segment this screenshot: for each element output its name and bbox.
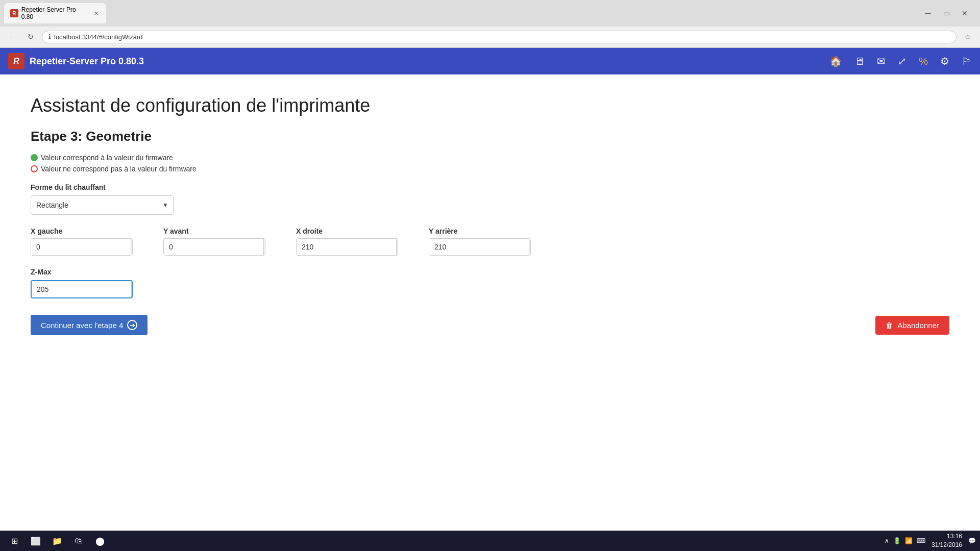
tab-close-button[interactable]: ✕ [92,9,100,17]
bed-shape-select-wrapper: Rectangle Circulaire ▼ [31,195,174,215]
x-droite-unit: mm [396,239,398,255]
taskbar-left: ⊞ ⬜ 📁 🛍 ⬤ [4,532,110,544]
zmax-row: ▲ ▼ mm [31,280,949,298]
step-title: Etape 3: Geometrie [31,129,949,144]
bed-shape-section: Forme du lit chauffant Rectangle Circula… [31,183,949,215]
radio-red-icon [31,165,38,172]
x-droite-input-row: mm [296,238,398,256]
zmax-increment-button[interactable]: ▲ [132,281,133,289]
zmax-spinner: ▲ ▼ [131,281,133,297]
app-nav: 🏠 🖥 ✉ ⤢ % ⚙ 🏳 [829,55,972,67]
continue-arrow-icon: ➔ [127,320,137,330]
bed-shape-label: Forme du lit chauffant [31,183,949,191]
y-arriere-label: Y arrière [429,227,531,235]
file-explorer-button[interactable]: 📁 [47,532,67,544]
abandon-label: Abandonner [897,321,939,330]
abandon-button[interactable]: 🗑 Abandonner [875,316,949,335]
legend-match-text: Valeur correspond à la valeur du firmwar… [41,154,173,162]
radio-green-icon [31,154,38,161]
y-avant-input[interactable] [164,239,263,255]
y-avant-input-row: mm [163,238,265,256]
y-avant-unit: mm [263,239,265,255]
wifi-icon: 📶 [905,537,913,544]
trash-icon: 🗑 [886,321,893,330]
close-button[interactable]: ✕ [958,6,972,20]
system-tray: ∧ 🔋 📶 ⌨ [885,537,925,544]
percent-icon[interactable]: % [919,56,928,67]
home-icon[interactable]: 🏠 [829,55,842,67]
keyboard-icon: ⌨ [917,537,925,544]
zmax-input[interactable] [32,281,131,297]
zmax-decrement-button[interactable]: ▼ [132,289,133,297]
task-view-button[interactable]: ⬜ [26,532,46,544]
legend-match: Valeur correspond à la valeur du firmwar… [31,154,949,162]
taskbar-clock: 13:16 31/12/2016 [932,532,962,544]
mail-icon[interactable]: ✉ [877,55,886,67]
address-bar[interactable]: ℹ localhost:3344/#/configWizard [42,31,957,43]
y-arriere-group: Y arrière mm [429,227,531,256]
notification-icon[interactable]: 💬 [968,537,976,544]
x-gauche-input[interactable] [31,239,131,255]
bookmark-icon[interactable]: ☆ [961,30,975,44]
x-gauche-label: X gauche [31,227,133,235]
store-button[interactable]: 🛍 [68,532,89,544]
taskbar-date-display: 31/12/2016 [932,541,962,544]
app-brand: R Repetier-Server Pro 0.80.3 [8,53,144,69]
legend-no-match: Valeur ne correspond pas à la valeur du … [31,165,949,173]
lock-icon: ℹ [48,33,51,40]
x-droite-label: X droite [296,227,398,235]
app-title: Repetier-Server Pro 0.80.3 [30,56,144,67]
x-droite-group: X droite mm [296,227,398,256]
bed-shape-select[interactable]: Rectangle Circulaire [31,195,174,215]
zmax-label: Z-Max [31,268,949,276]
legend: Valeur correspond à la valeur du firmwar… [31,154,949,173]
legend-no-match-text: Valeur ne correspond pas à la valeur du … [41,165,197,173]
start-button[interactable]: ⊞ [4,532,24,544]
dimensions-grid: X gauche mm Y avant mm X droite mm Y arr… [31,227,949,256]
minimize-button[interactable]: ─ [921,6,935,20]
taskbar: ⊞ ⬜ 📁 🛍 ⬤ ∧ 🔋 📶 ⌨ 13:16 31/12/2016 💬 [0,531,980,544]
x-gauche-input-row: mm [31,238,133,256]
forward-button[interactable]: ↻ [23,30,38,44]
continue-button[interactable]: Continuer avec l'etape 4 ➔ [31,315,148,335]
restore-button[interactable]: ▭ [939,6,953,20]
monitor-icon[interactable]: 🖥 [854,56,865,67]
url-text: localhost:3344/#/configWizard [54,33,950,41]
browser-titlebar: R Repetier-Server Pro 0.80 ✕ ─ ▭ ✕ [0,0,980,27]
tab-favicon: R [10,9,18,17]
zmax-section: Z-Max ▲ ▼ mm [31,268,949,298]
y-arriere-unit: mm [529,239,531,255]
zmax-input-row: ▲ ▼ mm [31,280,133,298]
page-title: Assistant de configuration de l'impriman… [31,95,949,116]
chrome-button[interactable]: ⬤ [90,532,110,544]
browser-tab[interactable]: R Repetier-Server Pro 0.80 ✕ [4,3,106,23]
flag-icon[interactable]: 🏳 [962,56,972,67]
taskbar-time-display: 13:16 [932,532,962,541]
battery-icon: 🔋 [893,537,901,544]
app-header: R Repetier-Server Pro 0.80.3 🏠 🖥 ✉ ⤢ % ⚙… [0,48,980,74]
browser-chrome: R Repetier-Server Pro 0.80 ✕ ─ ▭ ✕ ← ↻ ℹ… [0,0,980,48]
app-logo: R [8,53,24,69]
buttons-row: Continuer avec l'etape 4 ➔ 🗑 Abandonner [31,315,949,335]
tab-title: Repetier-Server Pro 0.80 [21,6,89,20]
expand-icon[interactable]: ⤢ [898,55,906,67]
continue-label: Continuer avec l'etape 4 [41,321,123,330]
x-droite-input[interactable] [297,239,396,255]
x-gauche-unit: mm [131,239,133,255]
tray-arrow-icon: ∧ [885,537,889,544]
x-gauche-group: X gauche mm [31,227,133,256]
y-arriere-input-row: mm [429,238,531,256]
y-arriere-input[interactable] [429,239,529,255]
back-button[interactable]: ← [5,30,19,44]
main-content: Assistant de configuration de l'impriman… [0,74,980,538]
y-avant-label: Y avant [163,227,265,235]
taskbar-right: ∧ 🔋 📶 ⌨ 13:16 31/12/2016 💬 [885,532,976,544]
y-avant-group: Y avant mm [163,227,265,256]
browser-controls: ← ↻ ℹ localhost:3344/#/configWizard ☆ [0,27,980,47]
gear-icon[interactable]: ⚙ [940,55,949,67]
browser-action-buttons: ☆ [961,30,975,44]
